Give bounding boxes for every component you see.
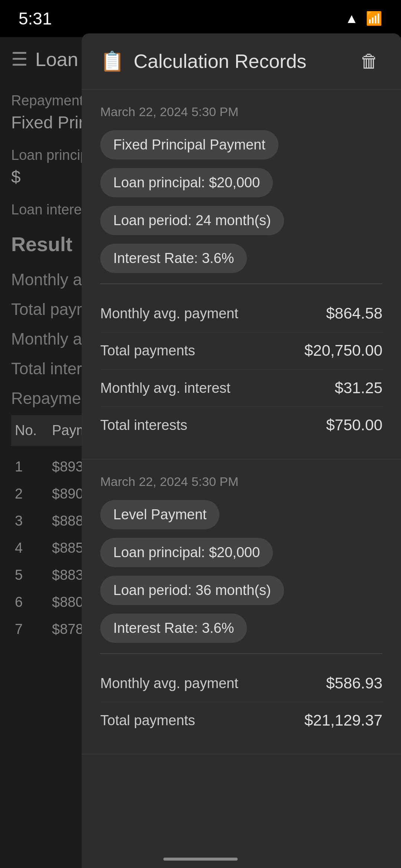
status-time: 5:31 xyxy=(19,9,52,29)
tag-row-2-3: Loan period: 36 month(s) xyxy=(100,576,382,612)
bg-cell-no: 5 xyxy=(15,567,45,583)
panel-header-left: 📋 Calculation Records xyxy=(100,50,306,73)
record-2-timestamp: March 22, 2024 5:30 PM xyxy=(100,474,382,489)
results-section-2: Monthly avg. payment $586.93 Total payme… xyxy=(100,665,382,739)
signal-icon: 📶 xyxy=(366,11,382,26)
result-value-monthly-avg-1: $864.58 xyxy=(326,305,382,322)
record-card-1: March 22, 2024 5:30 PM Fixed Principal P… xyxy=(82,90,401,460)
records-icon: 📋 xyxy=(100,50,124,73)
bg-col-payment: Payment xyxy=(52,423,82,438)
record-1-timestamp: March 22, 2024 5:30 PM xyxy=(100,105,382,119)
tag-loan-period-1: Loan period: 24 month(s) xyxy=(100,206,284,235)
result-row-1-monthly-avg: Monthly avg. payment $864.58 xyxy=(100,295,382,332)
tag-loan-principal-1: Loan principal: $20,000 xyxy=(100,168,273,197)
result-row-1-monthly-interest: Monthly avg. interest $31.25 xyxy=(100,370,382,407)
bg-col-no: No. xyxy=(15,423,45,438)
tag-interest-rate-1: Interest Rate: 3.6% xyxy=(100,244,247,273)
status-bar: 5:31 ▲ 📶 xyxy=(0,0,401,37)
bg-cell-payment: $878.33 xyxy=(52,621,82,637)
tag-payment-type-2: Level Payment xyxy=(100,500,219,529)
tag-payment-type-1: Fixed Principal Payment xyxy=(100,130,278,160)
delete-icon: 🗑 xyxy=(360,50,379,72)
result-label-total-payments-1: Total payments xyxy=(100,342,304,360)
calculation-records-panel: 📋 Calculation Records 🗑 March 22, 2024 5… xyxy=(82,33,401,868)
bg-cell-payment: $880.83 xyxy=(52,594,82,610)
bg-cell-no: 1 xyxy=(15,459,45,475)
delete-button[interactable]: 🗑 xyxy=(356,48,382,74)
result-row-1-total-interests: Total interests $750.00 xyxy=(100,407,382,444)
tag-row-2-4: Interest Rate: 3.6% xyxy=(100,614,382,650)
bg-cell-payment: $890.83 xyxy=(52,486,82,502)
result-label-monthly-avg-2: Monthly avg. payment xyxy=(100,674,326,693)
bg-cell-payment: $883.33 xyxy=(52,567,82,583)
bg-cell-no: 6 xyxy=(15,594,45,610)
panel-header: 📋 Calculation Records 🗑 xyxy=(82,33,401,90)
result-row-2-monthly-avg: Monthly avg. payment $586.93 xyxy=(100,665,382,702)
results-section-1: Monthly avg. payment $864.58 Total payme… xyxy=(100,295,382,444)
record-card-2: March 22, 2024 5:30 PM Level Payment Loa… xyxy=(82,460,401,755)
result-row-1-total-payments: Total payments $20,750.00 xyxy=(100,332,382,369)
result-value-total-payments-2: $21,129.37 xyxy=(304,711,382,729)
bg-app-title: Loan xyxy=(35,48,78,70)
result-label-monthly-avg-1: Monthly avg. payment xyxy=(100,305,326,323)
wifi-icon: ▲ xyxy=(345,11,358,26)
tag-row-1-2: Loan principal: $20,000 xyxy=(100,168,382,204)
result-value-monthly-avg-2: $586.93 xyxy=(326,674,382,692)
tag-row-1-3: Loan period: 24 month(s) xyxy=(100,206,382,242)
bg-cell-no: 7 xyxy=(15,621,45,637)
status-icons: ▲ 📶 xyxy=(345,11,382,26)
panel-content[interactable]: March 22, 2024 5:30 PM Fixed Principal P… xyxy=(82,90,401,868)
bg-cell-payment: $893.33 xyxy=(52,459,82,475)
result-row-2-total-payments: Total payments $21,129.37 xyxy=(100,702,382,739)
result-label-total-payments-2: Total payments xyxy=(100,711,304,730)
tag-row-2-2: Loan principal: $20,000 xyxy=(100,538,382,574)
result-value-total-payments-1: $20,750.00 xyxy=(304,342,382,359)
result-value-total-interests-1: $750.00 xyxy=(326,416,382,434)
divider-2 xyxy=(100,653,382,654)
tag-row-1-4: Interest Rate: 3.6% xyxy=(100,244,382,280)
tag-loan-period-2: Loan period: 36 month(s) xyxy=(100,576,284,605)
panel-title: Calculation Records xyxy=(134,50,306,72)
tag-loan-principal-2: Loan principal: $20,000 xyxy=(100,538,273,567)
result-value-monthly-interest-1: $31.25 xyxy=(335,379,382,397)
result-label-monthly-interest-1: Monthly avg. interest xyxy=(100,379,335,397)
bg-cell-no: 2 xyxy=(15,486,45,502)
menu-icon: ☰ xyxy=(11,49,28,70)
tag-row-1-1: Fixed Principal Payment xyxy=(100,130,382,166)
bg-cell-no: 4 xyxy=(15,540,45,556)
result-label-total-interests-1: Total interests xyxy=(100,416,326,434)
bg-cell-payment: $885.83 xyxy=(52,540,82,556)
bottom-nav-indicator xyxy=(163,858,238,861)
bg-cell-no: 3 xyxy=(15,513,45,529)
divider-1 xyxy=(100,283,382,284)
bg-cell-payment: $888.33 xyxy=(52,513,82,529)
tag-interest-rate-2: Interest Rate: 3.6% xyxy=(100,614,247,643)
tag-row-2-1: Level Payment xyxy=(100,500,382,536)
